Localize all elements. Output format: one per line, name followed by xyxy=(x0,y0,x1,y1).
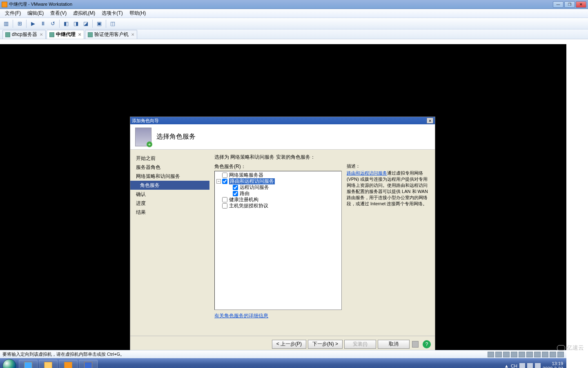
tree-item-nps[interactable]: 网络策略服务器 xyxy=(216,172,341,178)
checkbox-hra[interactable] xyxy=(222,197,227,202)
vm-tab-label: 验证使用客户机 xyxy=(94,31,129,38)
outer-max-button[interactable]: ❐ xyxy=(564,1,575,8)
guest-display[interactable]: 添加角色向导 ✕ 选择角色服务 开始之前 服务器角色 网络策略和访问服务 角色服… xyxy=(0,44,566,350)
prev-button[interactable]: < 上一步(P) xyxy=(272,340,306,349)
tree-item-routing[interactable]: 路由 xyxy=(216,191,341,197)
device-usb-icon[interactable] xyxy=(526,352,533,357)
host-time[interactable]: 13:19 xyxy=(543,361,563,366)
nav-before-begin[interactable]: 开始之前 xyxy=(130,154,209,163)
toolbar-revert-icon[interactable]: ◪ xyxy=(81,19,90,28)
nav-role-services[interactable]: 角色服务 xyxy=(130,181,209,190)
watermark-text: 亿速云 xyxy=(567,344,584,352)
device-hdd-icon[interactable] xyxy=(488,352,494,357)
toolbar-snapshot-mgr-icon[interactable]: ◨ xyxy=(71,19,80,28)
tree-label: 网络策略服务器 xyxy=(229,172,263,178)
tray-expand-icon[interactable]: ▲ xyxy=(504,364,509,368)
menu-file[interactable]: 文件(F) xyxy=(2,10,24,17)
description-text: 路由和远程访问服务通过虚拟专用网络 (VPN) 或拨号连接为远程用户提供对专用网… xyxy=(347,170,430,207)
wizard-footer: < 上一步(P) 下一步(N) > 安装(I) 取消 ? xyxy=(130,336,435,352)
checkbox-hcap[interactable] xyxy=(222,203,227,209)
host-taskbar: ▲ CH 13:19 2020-3-23 xyxy=(0,358,566,368)
vm-icon xyxy=(5,32,10,37)
outer-close-button[interactable]: ✕ xyxy=(576,1,586,8)
options-icon[interactable] xyxy=(412,341,419,348)
network-icon[interactable] xyxy=(527,363,533,368)
word-icon xyxy=(84,362,92,368)
tree-item-rras[interactable]: −路由和远程访问服务 xyxy=(216,178,341,184)
role-services-tree[interactable]: 网络策略服务器 −路由和远程访问服务 远程访问服务 路由 健康注册机构 主机凭据… xyxy=(214,171,342,310)
description-label: 描述： xyxy=(347,163,430,169)
checkbox-rras[interactable] xyxy=(222,179,227,184)
device-display-icon[interactable] xyxy=(550,352,556,357)
nav-server-roles[interactable]: 服务器角色 xyxy=(130,163,209,172)
host-task-vmware[interactable] xyxy=(59,360,78,368)
toolbar-fullscreen-icon[interactable]: ▣ xyxy=(95,19,104,28)
close-icon[interactable]: ✕ xyxy=(40,32,43,37)
menu-vm[interactable]: 虚拟机(M) xyxy=(70,10,98,17)
tree-item-hra[interactable]: 健康注册机构 xyxy=(216,197,341,203)
tree-label: 健康注册机构 xyxy=(229,197,258,203)
host-start-button[interactable] xyxy=(2,359,16,368)
vm-tab-relay[interactable]: 中继代理✕ xyxy=(47,30,84,39)
menu-tabs[interactable]: 选项卡(T) xyxy=(98,10,126,17)
toolbar-suspend-icon[interactable]: ⏸ xyxy=(38,19,47,28)
nav-confirm[interactable]: 确认 xyxy=(130,190,209,199)
device-printer-icon[interactable] xyxy=(542,352,548,357)
tree-item-ras[interactable]: 远程访问服务 xyxy=(216,184,341,191)
cancel-button[interactable]: 取消 xyxy=(378,340,410,349)
next-button[interactable]: 下一步(N) > xyxy=(308,340,343,349)
device-cd-icon[interactable] xyxy=(495,352,502,357)
help-icon[interactable]: ? xyxy=(423,340,431,348)
outer-titlebar: 中继代理 - VMware Workstation — ❐ ✕ xyxy=(0,0,588,9)
checkbox-nps[interactable] xyxy=(222,173,227,178)
host-date[interactable]: 2020-3-23 xyxy=(543,366,563,368)
close-icon[interactable]: ✕ xyxy=(131,32,134,37)
lang-indicator[interactable]: CH xyxy=(511,364,517,368)
nav-results[interactable]: 结果 xyxy=(130,208,209,217)
description-body: 通过虚拟专用网络 (VPN) 或拨号连接为远程用户提供对专用网络上资源的访问。使… xyxy=(347,171,428,206)
host-task-word[interactable] xyxy=(79,360,98,368)
menu-edit[interactable]: 编辑(E) xyxy=(24,10,47,17)
device-net2-icon[interactable] xyxy=(519,352,525,357)
device-floppy-icon[interactable] xyxy=(503,352,510,357)
role-services-label: 角色服务(R)： xyxy=(214,163,342,170)
outer-title: 中继代理 - VMware Workstation xyxy=(9,1,72,7)
description-link[interactable]: 路由和远程访问服务 xyxy=(347,171,387,175)
device-sound-icon[interactable] xyxy=(534,352,541,357)
vm-tab-dhcp[interactable]: dhcp服务器✕ xyxy=(2,30,46,39)
toolbar-thumbnails-icon[interactable]: ⊞ xyxy=(15,19,24,28)
nav-progress[interactable]: 进度 xyxy=(130,199,209,208)
toolbar-power-on-icon[interactable]: ▶ xyxy=(29,19,38,28)
menu-help[interactable]: 帮助(H) xyxy=(126,10,149,17)
outer-min-button[interactable]: — xyxy=(553,1,564,8)
more-info-link[interactable]: 有关角色服务的详细信息 xyxy=(214,313,268,319)
toolbar-unity-icon[interactable]: ◫ xyxy=(108,19,117,28)
vm-tab-label: 中继代理 xyxy=(56,31,76,38)
menu-view[interactable]: 查看(V) xyxy=(47,10,70,17)
nav-npas[interactable]: 网络策略和访问服务 xyxy=(130,172,209,181)
wizard-close-button[interactable]: ✕ xyxy=(427,118,433,123)
checkbox-ras[interactable] xyxy=(233,185,238,190)
close-icon[interactable]: ✕ xyxy=(78,32,81,37)
device-net-icon[interactable] xyxy=(511,352,517,357)
host-task-ie[interactable] xyxy=(19,360,38,368)
toolbar-snapshot-icon[interactable]: ◧ xyxy=(62,19,71,28)
vm-tab-client[interactable]: 验证使用客户机✕ xyxy=(85,30,137,39)
toolbar-reset-icon[interactable]: ↺ xyxy=(48,19,57,28)
tree-label: 路由和远程访问服务 xyxy=(229,178,275,184)
host-task-explorer[interactable] xyxy=(39,360,58,368)
device-message-icon[interactable] xyxy=(557,352,564,357)
volume-icon[interactable] xyxy=(535,363,541,368)
add-roles-wizard: 添加角色向导 ✕ 选择角色服务 开始之前 服务器角色 网络策略和访问服务 角色服… xyxy=(130,117,435,353)
cloud-icon xyxy=(557,345,565,351)
action-center-icon[interactable] xyxy=(519,363,525,368)
tree-label: 主机凭据授权协议 xyxy=(229,203,268,209)
vm-icon xyxy=(88,32,93,37)
host-tray: ▲ CH 13:19 2020-3-23 xyxy=(501,361,566,368)
toolbar-library-icon[interactable]: ▥ xyxy=(2,19,11,28)
tree-item-hcap[interactable]: 主机凭据授权协议 xyxy=(216,203,341,209)
vmware-device-icons xyxy=(488,352,564,357)
vmware-icon xyxy=(2,2,7,7)
checkbox-routing[interactable] xyxy=(233,191,238,196)
collapse-icon[interactable]: − xyxy=(216,179,221,184)
